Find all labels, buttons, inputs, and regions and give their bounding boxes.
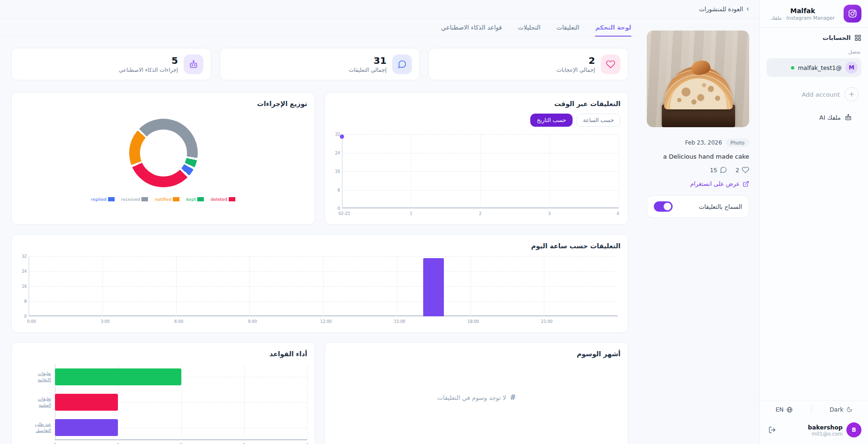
instagram-logo-tile xyxy=(844,5,861,23)
actions-donut-chart xyxy=(129,119,198,187)
moon-icon xyxy=(846,406,852,413)
ai-profile-label: ملفك AI xyxy=(819,114,841,121)
language-button[interactable]: EN xyxy=(775,406,793,413)
sidebar-header: Malfak Instagram Manager · ملفك xyxy=(760,0,868,28)
rule-bar-1[interactable] xyxy=(55,394,118,411)
account-item[interactable]: M malfak_test1@ xyxy=(767,58,861,77)
add-account-button[interactable]: + Add account xyxy=(769,87,859,101)
dashboard-content: 2 إجمالي الإعجابات 31 xyxy=(0,37,640,444)
post-date: Feb 23, 2026 xyxy=(685,139,722,146)
legend-swatch xyxy=(108,197,115,201)
legend-swatch xyxy=(229,197,235,201)
comments-by-hour-card: التعليقات حسب ساعة اليوم 081624320:003:0… xyxy=(11,234,628,333)
comments-count: 15 xyxy=(710,167,717,174)
stat-card-comments: 31 إجمالي التعليقات xyxy=(220,48,420,80)
tab-2[interactable]: التحليلات xyxy=(518,19,541,37)
legend-item-kept[interactable]: kept xyxy=(186,197,204,202)
data-point xyxy=(340,134,344,138)
robot-tile xyxy=(184,54,203,74)
legend-item-received[interactable]: received xyxy=(121,197,148,202)
theme-button[interactable]: Dark xyxy=(829,406,852,413)
hour-bar-16[interactable] xyxy=(423,258,444,316)
comment-outline-icon xyxy=(720,166,727,174)
comments-by-hour-chart: 081624320:003:006:009:0012:0015:0018:002… xyxy=(29,256,618,316)
app-brand: Malfak xyxy=(790,7,815,15)
tab-0[interactable]: لوحة التحكم xyxy=(595,19,631,37)
topbar: › العودة للمنشورات xyxy=(0,0,760,19)
stat-label: إجمالي الإعجابات xyxy=(557,67,595,73)
time-toggle-1[interactable]: حسب التاريخ xyxy=(530,114,573,127)
heart-outline-icon xyxy=(742,166,749,174)
stat-card-likes: 2 إجمالي الإعجابات xyxy=(428,48,628,80)
legend-item-deleted[interactable]: deleted xyxy=(210,197,235,202)
comment-tile xyxy=(392,54,412,74)
hashtags-empty-text: لا توجد وسوم في التعليقات xyxy=(437,394,506,401)
sidebar-item-ai-profile[interactable]: ملفك AI xyxy=(776,114,852,121)
rule-label-1[interactable]: تعليقاتالسلبية xyxy=(19,390,55,415)
allow-comments-label: السماح بالتعليقات xyxy=(699,203,742,210)
toggle-knob xyxy=(664,203,671,210)
robot-icon xyxy=(845,114,852,121)
globe-icon xyxy=(786,406,793,413)
likes-count: 2 xyxy=(736,167,739,174)
allow-comments-toggle[interactable] xyxy=(654,201,673,212)
hashtags-empty-state: # لا توجد وسوم في التعليقات xyxy=(333,358,620,437)
rules-labels: تعليقاتالايجابيةتعليقاتالسلبيةعند طلبالت… xyxy=(19,364,55,440)
back-label: العودة للمنشورات xyxy=(699,6,743,13)
user-row: B bakershop m01@o.com xyxy=(767,422,861,437)
accounts-title: الحسابات xyxy=(822,34,851,41)
comments-over-time-card: التعليقات عبر الوقت حسب الساعةحسب التاري… xyxy=(325,92,628,225)
stat-value: 5 xyxy=(119,55,178,66)
comments-by-hour-title: التعليقات حسب ساعة اليوم xyxy=(19,242,620,250)
actions-distribution-title: توزيع الإجراءات xyxy=(19,100,307,107)
post-image[interactable] xyxy=(647,31,749,127)
stat-label: إجمالي التعليقات xyxy=(349,67,387,73)
stat-card-ai-actions: 5 إجراءات الذكاء الاصطناعي xyxy=(11,48,211,80)
view-on-instagram-link[interactable]: عرض على انستغرام xyxy=(647,180,749,187)
connected-label: متصل xyxy=(767,49,860,54)
legend-swatch xyxy=(173,197,179,201)
back-to-posts-link[interactable]: › العودة للمنشورات xyxy=(699,6,749,13)
legend-item-replied[interactable]: replied xyxy=(91,197,115,202)
heart-tile xyxy=(601,54,620,74)
legend-swatch xyxy=(197,197,204,201)
tab-3[interactable]: قواعد الذكاء الاصطناعي xyxy=(441,19,502,37)
post-type-badge: Photo xyxy=(726,138,749,147)
post-panel: Photo Feb 23, 2026 a Delicious hand made… xyxy=(640,19,760,444)
rule-label-0[interactable]: تعليقاتالايجابية xyxy=(19,364,55,390)
comment-icon xyxy=(397,60,407,69)
sidebar-footer: EN Dark B bakershop m01@o.com xyxy=(760,400,868,444)
rule-bar-2[interactable] xyxy=(55,419,118,436)
footer-divider xyxy=(811,406,812,413)
robot-icon xyxy=(189,60,198,69)
account-username: malfak_test1@ xyxy=(798,64,842,71)
tab-1[interactable]: التعليقات xyxy=(557,19,580,37)
stats-row: 2 إجمالي الإعجابات 31 xyxy=(11,48,628,80)
rules-performance-card: أداء القواعد تعليقاتالايجابيةتعليقاتالسل… xyxy=(11,342,315,444)
main-area: › العودة للمنشورات Photo Feb 23, xyxy=(0,0,760,444)
rules-performance-chart: تعليقاتالايجابيةتعليقاتالسلبيةعند طلبالت… xyxy=(19,364,307,440)
app-subtitle: Instagram Manager · ملفك xyxy=(771,15,835,21)
legend-swatch xyxy=(141,197,148,201)
online-status-dot xyxy=(791,66,794,69)
heart-icon xyxy=(606,60,615,69)
stat-value: 31 xyxy=(349,55,387,66)
rule-label-2[interactable]: عند طلبالتفاصيل xyxy=(19,415,55,440)
actions-distribution-card: توزيع الإجراءات repliedreceivednotifiedk… xyxy=(11,92,315,225)
user-avatar: B xyxy=(846,422,861,437)
allow-comments-card: السماح بالتعليقات xyxy=(647,195,749,218)
chevron-right-icon: › xyxy=(746,6,749,13)
logout-button[interactable] xyxy=(768,426,776,434)
plus-icon: + xyxy=(845,87,859,101)
rule-bar-0[interactable] xyxy=(55,368,181,385)
time-toggle-0[interactable]: حسب الساعة xyxy=(576,114,620,127)
grid-icon xyxy=(854,34,861,41)
legend-item-notified[interactable]: notified xyxy=(155,197,179,202)
user-name: bakershop xyxy=(808,424,843,431)
post-caption: a Delicious hand made cake xyxy=(647,153,749,160)
stat-value: 2 xyxy=(557,55,595,66)
add-account-label: Add account xyxy=(802,91,840,98)
comments-count-group: 15 xyxy=(710,166,727,174)
top-hashtags-card: أشهر الوسوم # لا توجد وسوم في التعليقات xyxy=(325,342,628,444)
account-avatar: M xyxy=(845,61,858,74)
